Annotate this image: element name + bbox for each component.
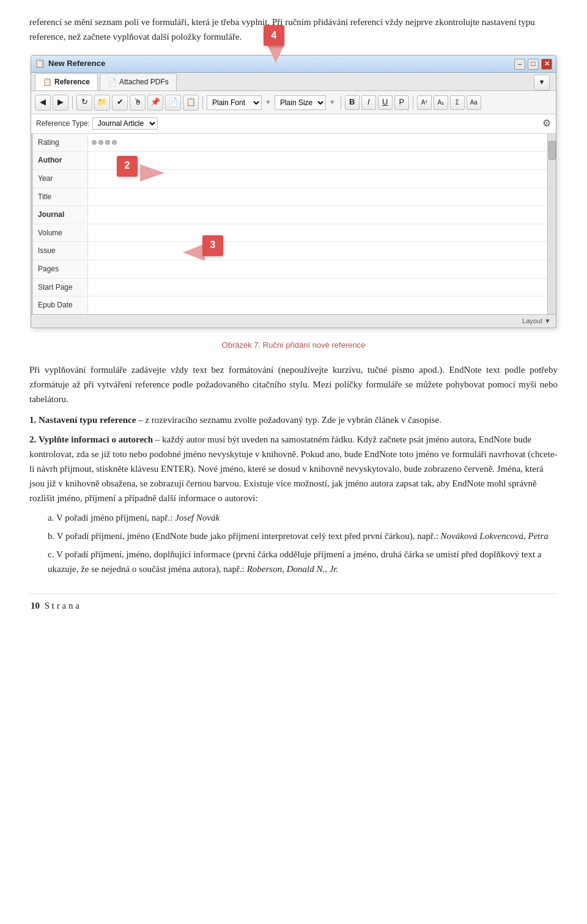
window-title: New Reference (48, 57, 105, 70)
annotation-arrow-2 (140, 164, 164, 182)
paste-button[interactable]: 📋 (183, 95, 199, 111)
italic-button[interactable]: I (361, 95, 376, 110)
statusbar-label[interactable]: Layout ▼ (522, 316, 551, 326)
form-row-rating: Rating (33, 134, 547, 152)
maximize-button[interactable]: □ (528, 59, 539, 70)
scrollbar-track (547, 134, 556, 314)
rating-dot-4 (112, 140, 117, 145)
attached-pdfs-tab-icon: 📄 (108, 76, 117, 88)
back-button[interactable]: ◀ (35, 95, 51, 111)
startpage-label: Start Page (33, 279, 88, 296)
item-1-bold: Nastavení typu reference (39, 415, 136, 425)
cursor-button[interactable]: 🖱 (130, 95, 146, 111)
item-2-num: 2. (29, 435, 36, 444)
tab-attached-pdfs[interactable]: 📄 Attached PDFs (100, 73, 177, 90)
new-reference-window: 📋 New Reference – □ ✕ 📋 Reference 📄 Atta… (31, 55, 556, 328)
sub-list-item-c: c. V pořadí příjmení, jméno, doplňující … (48, 547, 558, 576)
ref-type-bar: Reference Type: Journal Article ⚙ (31, 114, 556, 134)
tab-reference[interactable]: 📋 Reference (35, 73, 98, 90)
underline-button[interactable]: U (378, 95, 393, 110)
annotation-arrow-3 (183, 244, 205, 261)
item-1-rest: – z rozevíracího seznamu zvolte požadova… (136, 415, 441, 425)
window-toolbar: ◀ ▶ ↻ 📁 ✔ 🖱 📌 📄 📋 Plain Font ▼ Plain Siz… (31, 91, 556, 114)
doc-button[interactable]: 📄 (165, 95, 181, 111)
volume-field[interactable] (88, 224, 547, 242)
toolbar-separator-1 (72, 96, 73, 109)
rating-dots (92, 140, 117, 145)
epubdate-field[interactable] (88, 296, 547, 314)
form-fields: Rating Author Year (31, 134, 556, 314)
body-paragraph-1: Při vyplňování formuláře zadávejte vždy … (29, 362, 558, 406)
sub-text-b: V pořadí příjmení, jméno (EndNote bude j… (57, 531, 441, 541)
item-2-bold: Vyplňte informaci o autorech (39, 435, 153, 444)
scrollbar-thumb[interactable] (548, 141, 556, 160)
startpage-field[interactable] (88, 279, 547, 296)
form-row-issue: Issue (33, 242, 547, 260)
year-label: Year (33, 170, 88, 188)
toolbar-separator-4 (413, 96, 413, 109)
window-statusbar: Layout ▼ (31, 314, 556, 328)
tab-attached-pdfs-label: Attached PDFs (119, 76, 169, 88)
tab-reference-label: Reference (54, 76, 90, 88)
pin-button[interactable]: 📌 (147, 95, 163, 111)
form-row-journal: Journal (33, 206, 547, 224)
reference-tab-icon: 📋 (43, 76, 52, 88)
superscript-button[interactable]: A¹ (417, 95, 432, 110)
form-row-year: Year (33, 170, 547, 188)
epubdate-label: Epub Date (33, 296, 88, 314)
journal-label: Journal (33, 206, 88, 224)
rating-dot-3 (105, 140, 110, 145)
form-row-epubdate: Epub Date (33, 296, 547, 314)
title-label: Title (33, 188, 88, 206)
rating-dot-1 (92, 140, 97, 145)
form-row-volume: Volume (33, 224, 547, 243)
size-select[interactable]: Plain Size (275, 95, 326, 110)
folder-button[interactable]: 📁 (94, 95, 110, 111)
intro-paragraph: referencí se mění seznam polí ve formulá… (29, 15, 558, 44)
font-select[interactable]: Plain Font (207, 95, 262, 110)
item-2-rest: – každý autor musí být uveden na samosta… (29, 435, 558, 503)
form-area: Rating Author Year (31, 134, 556, 314)
annotation-badge-4: 4 (264, 25, 284, 46)
gear-button[interactable]: ⚙ (542, 116, 551, 131)
p-button[interactable]: P (394, 95, 409, 110)
checkmark-button[interactable]: ✔ (112, 95, 128, 111)
pages-field[interactable] (88, 260, 547, 278)
title-field[interactable] (88, 188, 547, 206)
font-arrow: ▼ (265, 97, 271, 108)
form-row-title: Title (33, 188, 547, 207)
sub-italic-c: Roberson, Donald N., Jr. (247, 564, 339, 574)
subscript-button[interactable]: A₁ (434, 95, 448, 110)
sub-italic-b: Nováková Lokvencová, Petra (441, 531, 548, 541)
sub-text-a: V pořadí jméno příjmení, např.: (56, 513, 175, 522)
pages-label: Pages (33, 260, 88, 278)
bold-button[interactable]: B (345, 95, 360, 110)
form-row-startpage: Start Page (33, 279, 547, 297)
page-number: 10 (31, 599, 40, 613)
sub-label-b: b. (48, 531, 54, 541)
rating-field[interactable] (88, 134, 547, 152)
numbered-item-2: 2. Vyplňte informaci o autorech – každý … (29, 432, 558, 505)
forward-button[interactable]: ▶ (53, 95, 68, 111)
window-icon: 📋 (35, 57, 45, 70)
sigma-button[interactable]: Σ (450, 95, 465, 110)
form-row-author: Author (33, 152, 547, 170)
refresh-button[interactable]: ↻ (76, 95, 92, 111)
ref-type-dropdown[interactable]: Journal Article (92, 117, 158, 130)
aa-button[interactable]: Aa (467, 95, 481, 110)
sub-label-c: c. (48, 549, 54, 559)
journal-field[interactable] (88, 206, 547, 224)
form-row-pages: Pages (33, 260, 547, 279)
toolbar-extra-btn[interactable]: ▼ (534, 75, 550, 90)
figure-caption: Obrázek 7. Ruční přidání nové reference (29, 339, 558, 351)
sub-label-a: a. (48, 513, 54, 522)
item-1-num: 1. (29, 415, 36, 425)
issue-field[interactable] (88, 242, 547, 260)
size-arrow: ▼ (329, 97, 336, 108)
strana-text: S t r a n a (45, 599, 79, 613)
close-button[interactable]: ✕ (541, 59, 552, 70)
minimize-button[interactable]: – (514, 59, 525, 70)
toolbar-separator-3 (341, 96, 341, 109)
toolbar-separator-2 (202, 96, 203, 109)
sub-list: a. V pořadí jméno příjmení, např.: Josef… (48, 510, 558, 576)
